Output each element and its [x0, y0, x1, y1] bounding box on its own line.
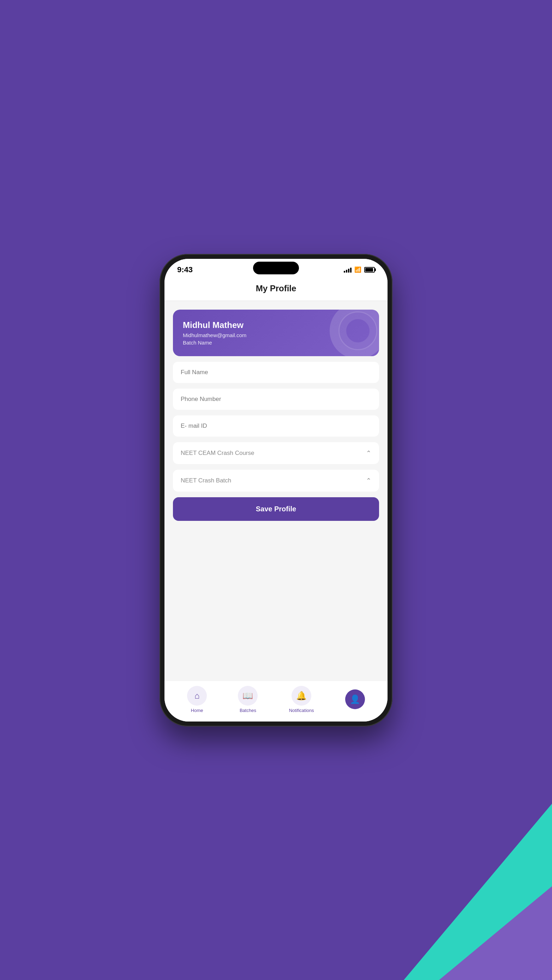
- status-time: 9:43: [177, 265, 193, 274]
- email-input[interactable]: [181, 422, 371, 430]
- profile-email: Midhulmathew@gmail.com: [183, 332, 369, 338]
- batches-icon-wrap: 📖: [238, 686, 258, 706]
- chevron-down-icon: ⌃: [366, 449, 371, 457]
- spacer: [173, 527, 379, 533]
- app-content: Midhul Mathew Midhulmathew@gmail.com Bat…: [164, 301, 388, 681]
- home-icon: ⌂: [195, 691, 200, 701]
- bell-icon: 🔔: [296, 691, 307, 701]
- phone-screen: 9:43 📶 My Profile: [164, 259, 388, 722]
- full-name-field[interactable]: [173, 362, 379, 383]
- home-icon-wrap: ⌂: [187, 686, 207, 706]
- email-field[interactable]: [173, 415, 379, 437]
- save-profile-button[interactable]: Save Profile: [173, 497, 379, 521]
- profile-name: Midhul Mathew: [183, 320, 369, 330]
- batch-dropdown-label: NEET Crash Batch: [181, 477, 231, 484]
- battery-icon: [364, 267, 375, 273]
- nav-item-notifications[interactable]: 🔔 Notifications: [289, 686, 314, 713]
- person-icon: 👤: [350, 694, 361, 704]
- app-header: My Profile: [164, 278, 388, 301]
- phone-frame: 9:43 📶 My Profile: [160, 254, 392, 727]
- nav-item-batches[interactable]: 📖 Batches: [238, 686, 258, 713]
- dynamic-island: [253, 262, 299, 274]
- page-title: My Profile: [256, 283, 297, 293]
- nav-item-home[interactable]: ⌂ Home: [187, 686, 207, 713]
- batches-icon: 📖: [242, 691, 253, 701]
- home-label: Home: [191, 708, 203, 713]
- phone-number-field[interactable]: [173, 389, 379, 410]
- course-dropdown[interactable]: NEET CEAM Crash Course ⌃: [173, 442, 379, 464]
- course-dropdown-label: NEET CEAM Crash Course: [181, 450, 254, 457]
- chevron-down-icon-2: ⌃: [366, 477, 371, 485]
- signal-icon: [344, 267, 351, 273]
- wifi-icon: 📶: [354, 266, 361, 273]
- profile-card: Midhul Mathew Midhulmathew@gmail.com Bat…: [173, 310, 379, 356]
- batch-dropdown[interactable]: NEET Crash Batch ⌃: [173, 470, 379, 492]
- nav-item-profile[interactable]: 👤: [345, 689, 365, 709]
- phone-input[interactable]: [181, 396, 371, 403]
- profile-icon-wrap: 👤: [345, 689, 365, 709]
- bottom-nav: ⌂ Home 📖 Batches 🔔 Notifications 👤: [164, 681, 388, 722]
- notifications-label: Notifications: [289, 708, 314, 713]
- batches-label: Batches: [240, 708, 256, 713]
- status-icons: 📶: [344, 266, 375, 273]
- notifications-icon-wrap: 🔔: [292, 686, 311, 706]
- full-name-input[interactable]: [181, 369, 371, 376]
- profile-batch: Batch Name: [183, 340, 369, 345]
